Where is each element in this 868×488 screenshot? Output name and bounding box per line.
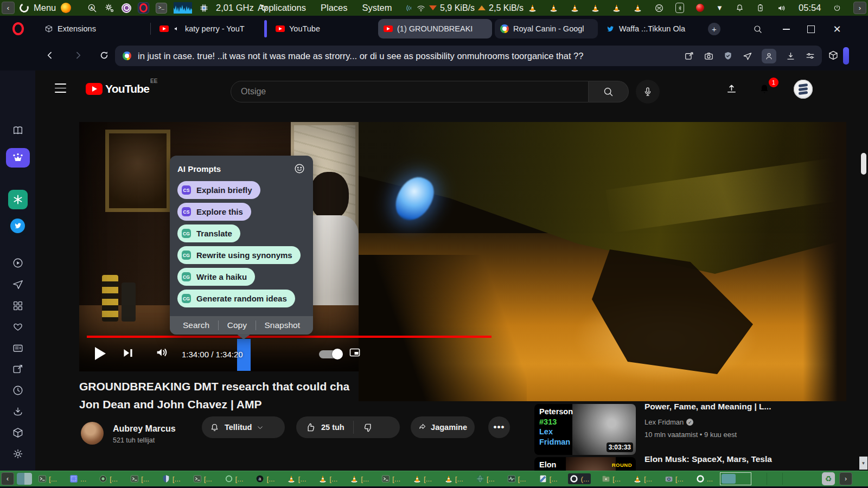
vlc-cone-icon[interactable] (528, 3, 537, 12)
recommended-channel-1[interactable]: Lex Fridman ✓ (644, 418, 693, 426)
notifications-bell-icon[interactable] (735, 3, 744, 12)
youtube-search-field[interactable] (231, 81, 589, 102)
prompt-write-haiku[interactable]: CGWrite a haiku (177, 268, 255, 286)
sidebar-settings[interactable] (0, 448, 35, 460)
next-button[interactable] (121, 346, 135, 360)
downloads-icon[interactable] (786, 51, 796, 61)
snapshot-camera-icon[interactable] (704, 51, 714, 61)
bluetooth-icon[interactable] (675, 3, 684, 13)
smiley-icon[interactable] (293, 163, 305, 175)
recommended-title-2[interactable]: Elon Musk: SpaceX, Mars, Tesla (644, 454, 840, 464)
tab-audio-icon[interactable] (173, 25, 181, 33)
recommended-title-1[interactable]: Power, Fame, and Meaning | L... (644, 402, 840, 412)
address-text[interactable]: in just in case. true! ..it was not it w… (138, 51, 684, 61)
tab-groundbreaking-active[interactable]: (1) GROUNDBREAKI (378, 19, 492, 38)
prompt-translate[interactable]: CGTranslate (177, 224, 240, 242)
share-button[interactable]: Jagamine (411, 416, 475, 438)
taskbar-window-button[interactable]: [... (285, 473, 308, 484)
firefox-icon[interactable] (61, 3, 71, 13)
menu-system[interactable]: System (362, 3, 392, 13)
search-input[interactable] (241, 87, 553, 97)
taskbar-window-button[interactable]: [... (192, 473, 214, 484)
vlc-cone-icon[interactable] (549, 3, 558, 12)
prompt-explore-this[interactable]: CSExplore this (177, 203, 251, 221)
scrollbar-thumb[interactable] (861, 153, 866, 175)
tab-youtube[interactable]: YouTube (270, 19, 374, 38)
search-tool-icon[interactable]: A (87, 3, 98, 14)
system-monitor-graph[interactable] (174, 2, 192, 14)
forward-button[interactable] (73, 50, 84, 61)
menu-applications[interactable]: Applications (258, 3, 306, 13)
sidebar-history[interactable] (0, 384, 35, 396)
guide-menu-button[interactable] (55, 84, 66, 93)
subscribed-button[interactable]: Tellitud (202, 416, 285, 438)
taskbar-window-button[interactable]: [... (223, 473, 245, 484)
minimize-button[interactable] (779, 24, 793, 35)
adblock-shield-icon[interactable] (723, 51, 733, 61)
tweaks-sliders-icon[interactable] (805, 51, 815, 61)
profile-button[interactable] (762, 49, 776, 63)
sidebar-bookmarks[interactable] (0, 125, 35, 137)
prompt-rewrite-synonyms[interactable]: CGRewrite using synonyms (177, 246, 301, 264)
sidebar-flow[interactable] (0, 279, 35, 291)
trash-applet-icon[interactable]: ♻ (822, 472, 835, 485)
terminal-launcher-icon[interactable]: >_ (156, 3, 167, 14)
dislike-button[interactable] (354, 416, 382, 438)
taskbar-window-button[interactable]: [... (537, 473, 559, 484)
tab-waffa[interactable]: Waffa .:.Tikkun Ola (601, 19, 704, 38)
sidebar-speed-dial[interactable] (0, 300, 35, 312)
tab-extensions[interactable]: Extensions (39, 19, 148, 38)
sidebar-aria-ai[interactable] (0, 148, 35, 168)
bookmark-pin-icon[interactable] (684, 51, 694, 61)
taskbar-window-button[interactable]: a[... (254, 473, 276, 484)
taskbar-window-button[interactable]: [... (317, 473, 339, 484)
autoplay-toggle[interactable] (319, 350, 342, 358)
taskbar-window-button[interactable]: [... (663, 473, 685, 484)
power-icon[interactable] (833, 4, 841, 12)
volume-icon[interactable] (777, 3, 787, 13)
network-signal-icon[interactable]: ▼ (716, 4, 723, 12)
scrollbar-down-arrow[interactable]: ▼ (859, 457, 867, 470)
taskbar-window-button[interactable]: [... (129, 473, 151, 484)
opera-menu-button[interactable] (9, 20, 27, 37)
sidebar-twitter[interactable] (0, 216, 35, 235)
shuffle-off-icon[interactable] (654, 3, 664, 13)
taskbar-window-button[interactable]: (... (568, 473, 591, 484)
back-button[interactable] (44, 50, 55, 61)
system-menu-button[interactable]: Menu (34, 3, 56, 13)
search-button[interactable] (589, 81, 629, 102)
vlc-cone-icon[interactable] (570, 3, 579, 12)
popup-snapshot-button[interactable]: Snapshot (265, 320, 301, 330)
taskbar-window-button[interactable]: ... (694, 473, 714, 484)
maximize-button[interactable] (804, 24, 818, 35)
sidebar-player[interactable] (0, 257, 35, 269)
tab-katy-perry[interactable]: katy perry - YouT (154, 19, 260, 38)
taskbar-window-button[interactable]: [... (506, 473, 528, 484)
taskbar-window-button[interactable]: [... (348, 473, 371, 484)
taskbar-window-button[interactable]: [... (474, 473, 496, 484)
battery-icon[interactable] (756, 3, 765, 12)
vlc-cone-icon[interactable] (612, 3, 621, 12)
like-button[interactable]: 25 tuh (296, 416, 353, 438)
taskbar-window-button[interactable]: [... (380, 473, 402, 484)
prompt-random-ideas[interactable]: CGGenerate random ideas (177, 290, 295, 307)
vlc-cone-icon[interactable] (591, 3, 600, 12)
sidebar-chatgpt[interactable] (0, 190, 35, 209)
miniplayer-button[interactable] (348, 346, 361, 359)
recommended-thumbnail-2[interactable]: Elon ROUND (534, 457, 636, 471)
taskbar-collapse-right-button[interactable]: › (839, 472, 852, 485)
wifi-icon[interactable] (416, 3, 426, 13)
prompt-explain-briefly[interactable]: CSExplain briefly (177, 181, 260, 199)
taskbar-window-button[interactable]: [... (411, 473, 433, 484)
show-desktop-button[interactable] (17, 473, 32, 485)
sidebar-news-feed[interactable] (0, 342, 35, 354)
video-overlay-frame[interactable] (359, 122, 846, 401)
sidebar-downloads[interactable] (0, 406, 35, 418)
distro-logo-icon[interactable] (18, 2, 30, 14)
workspace-switcher[interactable] (720, 472, 751, 485)
sidebar-personal-news[interactable] (0, 321, 35, 333)
panel-collapse-right-button[interactable]: › (853, 2, 866, 14)
volume-button[interactable] (155, 345, 170, 360)
progress-bar[interactable] (87, 336, 492, 338)
voice-search-button[interactable] (636, 80, 660, 104)
